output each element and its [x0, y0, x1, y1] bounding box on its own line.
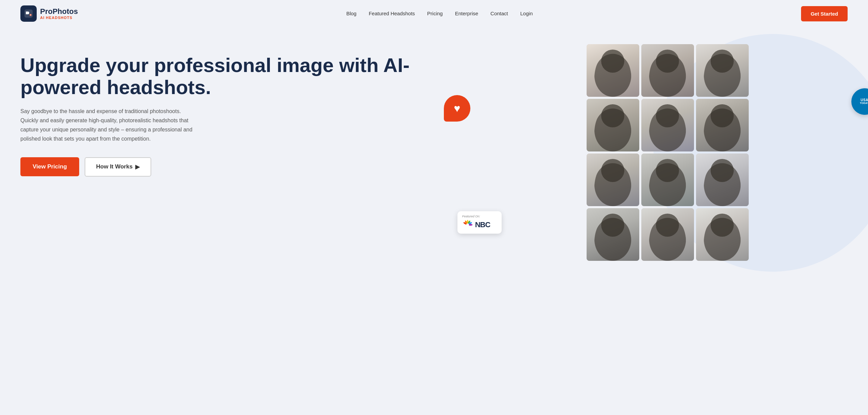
headshot-11: [641, 208, 694, 261]
hero-title: Upgrade your professional image with AI-…: [20, 54, 451, 98]
get-started-button[interactable]: Get Started: [801, 6, 848, 21]
how-it-works-button[interactable]: How It Works ▶: [85, 157, 151, 177]
photo-cell-12: [696, 208, 749, 261]
nbc-label: NBC: [475, 220, 490, 229]
nav-pricing[interactable]: Pricing: [427, 11, 443, 16]
view-pricing-button[interactable]: View Pricing: [20, 157, 79, 176]
heart-icon: ♥: [454, 102, 460, 115]
photo-cell-8: [641, 154, 694, 206]
play-icon: ▶: [135, 163, 140, 170]
nbc-badge: Featured On:: [457, 211, 502, 234]
headshot-7: [587, 154, 639, 206]
nbc-logo: NBC: [462, 219, 497, 230]
chat-bubble: ♥: [444, 95, 474, 126]
headshot-2: [641, 44, 694, 97]
nav-featured-headshots[interactable]: Featured Headshots: [369, 11, 415, 16]
hero-buttons: View Pricing How It Works ▶: [20, 157, 451, 177]
photo-cell-3: [696, 44, 749, 97]
nbc-featured-text: Featured On:: [462, 215, 497, 218]
nbc-peacock-icon: [462, 219, 473, 230]
nav-enterprise[interactable]: Enterprise: [455, 11, 478, 16]
logo-text: ProPhotos AI HEADSHOTS: [40, 7, 78, 20]
logo-subtitle: AI HEADSHOTS: [40, 16, 78, 20]
nav-blog[interactable]: Blog: [346, 11, 357, 16]
photo-cell-7: [587, 154, 639, 206]
nav-login[interactable]: Login: [520, 11, 533, 16]
headshot-8: [641, 154, 694, 206]
hero-section: Upgrade your professional image with AI-…: [0, 27, 868, 415]
photo-cell-4: [587, 99, 639, 151]
nav-contact[interactable]: Contact: [490, 11, 508, 16]
svg-rect-3: [31, 14, 31, 16]
headshot-6: [696, 99, 749, 151]
logo: ProPhotos AI HEADSHOTS: [20, 5, 78, 22]
how-it-works-label: How It Works: [96, 163, 133, 170]
photo-cell-10: [587, 208, 639, 261]
photo-cell-5: [641, 99, 694, 151]
photo-cell-2: [641, 44, 694, 97]
nav-links: Blog Featured Headshots Pricing Enterpri…: [346, 11, 533, 17]
logo-name: ProPhotos: [40, 7, 78, 16]
headshot-3: [696, 44, 749, 97]
headshot-5: [641, 99, 694, 151]
usa-today-line2: TODAY: [860, 102, 868, 105]
logo-icon: [20, 5, 37, 22]
headshot-12: [696, 208, 749, 261]
navbar: ProPhotos AI HEADSHOTS Blog Featured Hea…: [0, 0, 868, 27]
photo-cell-6: [696, 99, 749, 151]
photo-cell-9: [696, 154, 749, 206]
headshot-10: [587, 208, 639, 261]
svg-point-11: [466, 223, 469, 226]
hero-visual: ♥ Featured On:: [451, 34, 864, 261]
photo-cell-1: [587, 44, 639, 97]
headshot-4: [587, 99, 639, 151]
photo-cell-11: [641, 208, 694, 261]
photo-grid: [587, 44, 749, 261]
headshot-1: [587, 44, 639, 97]
headshot-9: [696, 154, 749, 206]
hero-content: Upgrade your professional image with AI-…: [20, 34, 451, 177]
hero-description: Say goodbye to the hassle and expense of…: [20, 107, 197, 144]
